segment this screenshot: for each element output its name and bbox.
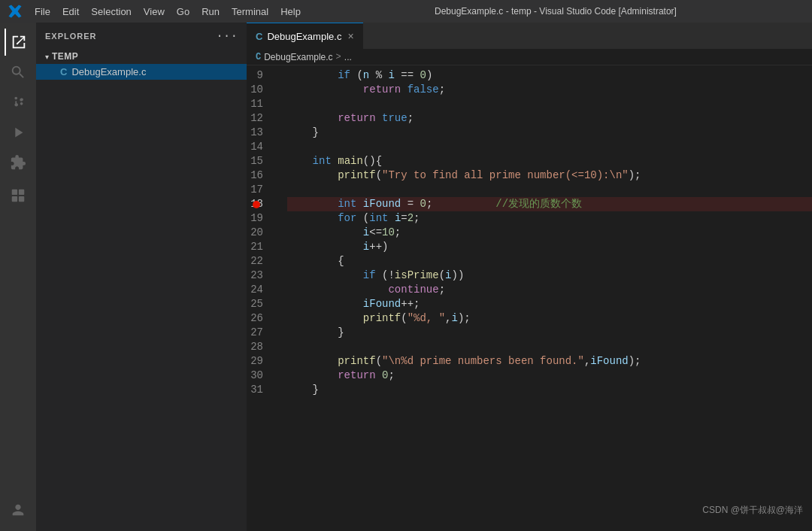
activity-source-control-icon[interactable] xyxy=(5,89,32,116)
line-num-11: 11 xyxy=(247,97,272,111)
code-line-27: } xyxy=(287,326,812,340)
window-title: DebugExample.c - temp - Visual Studio Co… xyxy=(307,6,804,17)
code-line-28 xyxy=(287,340,812,354)
activity-explorer-icon[interactable] xyxy=(5,29,32,56)
line-num-9: 9 xyxy=(247,68,272,83)
sidebar-header: EXPLORER ··· xyxy=(36,23,247,49)
c-file-icon: C xyxy=(60,66,67,77)
menu-view[interactable]: View xyxy=(138,5,171,19)
folder-name: TEMP xyxy=(52,51,78,62)
code-line-29: printf("\n%d prime numbers been found.",… xyxy=(287,354,812,369)
line-num-14: 14 xyxy=(247,140,272,154)
folder-arrow-icon: ▾ xyxy=(45,53,49,61)
code-line-25: iFound++; xyxy=(287,297,812,311)
line-num-29: 29 xyxy=(247,354,272,369)
code-line-22: { xyxy=(287,254,812,269)
activity-remote-icon[interactable] xyxy=(5,182,32,209)
line-num-16: 16 xyxy=(247,168,272,183)
svg-rect-0 xyxy=(12,190,17,195)
vscode-logo-icon xyxy=(8,4,23,19)
code-line-13: } xyxy=(287,126,812,140)
line-num-30: 30 xyxy=(247,369,272,383)
line-num-25: 25 xyxy=(247,297,272,311)
main-layout: EXPLORER ··· ▾ TEMP C DebugExample.c C D… xyxy=(0,23,812,531)
sidebar-folder-temp[interactable]: ▾ TEMP xyxy=(36,49,247,64)
line-num-26: 26 xyxy=(247,311,272,326)
menu-go[interactable]: Go xyxy=(171,5,195,19)
sidebar: EXPLORER ··· ▾ TEMP C DebugExample.c xyxy=(36,23,247,531)
activity-account-icon[interactable] xyxy=(5,496,32,523)
menu-terminal[interactable]: Terminal xyxy=(226,5,274,19)
code-line-26: printf("%d, ",i); xyxy=(287,311,812,326)
line-num-15: 15 xyxy=(247,154,272,168)
breadcrumb-file[interactable]: DebugExample.c xyxy=(264,52,332,62)
activity-debug-icon[interactable] xyxy=(5,119,32,146)
breadcrumb-separator: > xyxy=(336,52,341,62)
code-line-15: int main(){ xyxy=(287,154,812,168)
line-num-27: 27 xyxy=(247,326,272,340)
menu-selection[interactable]: Selection xyxy=(85,5,137,19)
tab-label: DebugExample.c xyxy=(267,31,341,42)
line-num-22: 22 xyxy=(247,254,272,269)
file-name: DebugExample.c xyxy=(71,66,146,77)
code-line-30: return 0; xyxy=(287,369,812,383)
code-line-21: i++) xyxy=(287,240,812,254)
menu-bar: File Edit Selection View Go Run Terminal… xyxy=(29,5,307,19)
line-num-19: 19 xyxy=(247,211,272,226)
tab-bar: C DebugExample.c × xyxy=(247,23,812,49)
activity-search-icon[interactable] xyxy=(5,59,32,86)
tab-debugexample[interactable]: C DebugExample.c × xyxy=(247,23,363,49)
activity-extensions-icon[interactable] xyxy=(5,149,32,176)
menu-edit[interactable]: Edit xyxy=(56,5,85,19)
line-num-31: 31 xyxy=(247,383,272,397)
line-num-28: 28 xyxy=(247,340,272,354)
code-content: if (n % i == 0) return false; return tru… xyxy=(284,68,812,528)
activity-bar xyxy=(0,23,36,531)
line-num-20: 20 xyxy=(247,226,272,240)
tab-c-icon: C xyxy=(256,31,262,42)
sidebar-more-button[interactable]: ··· xyxy=(216,29,238,43)
line-num-18: 18 xyxy=(247,197,272,211)
code-line-11 xyxy=(287,97,812,111)
code-line-31: } xyxy=(287,383,812,397)
sidebar-file-debugexample[interactable]: C DebugExample.c xyxy=(36,64,247,80)
code-line-17 xyxy=(287,183,812,197)
breadcrumb: C DebugExample.c > ... xyxy=(247,49,812,65)
line-num-13: 13 xyxy=(247,126,272,140)
sidebar-section: ▾ TEMP C DebugExample.c xyxy=(36,49,247,83)
code-line-14 xyxy=(287,140,812,154)
editor-area: C DebugExample.c × C DebugExample.c > ..… xyxy=(247,23,812,531)
breadcrumb-c-icon: C xyxy=(256,52,261,62)
line-num-10: 10 xyxy=(247,83,272,97)
line-num-12: 12 xyxy=(247,111,272,126)
code-line-12: return true; xyxy=(287,111,812,126)
code-line-10: return false; xyxy=(287,83,812,97)
menu-run[interactable]: Run xyxy=(195,5,226,19)
line-num-24: 24 xyxy=(247,283,272,297)
line-numbers: 9 10 11 12 13 14 15 16 17 18 19 20 21 22… xyxy=(247,68,284,528)
code-editor[interactable]: 9 10 11 12 13 14 15 16 17 18 19 20 21 22… xyxy=(247,65,812,531)
breakpoint-dot xyxy=(253,201,260,208)
line-num-21: 21 xyxy=(247,240,272,254)
watermark: CSDN @饼干叔叔@海洋 xyxy=(702,503,803,517)
svg-rect-2 xyxy=(12,196,17,202)
code-line-20: i<=10; xyxy=(287,226,812,240)
menu-file[interactable]: File xyxy=(29,5,56,19)
code-line-16: printf("Try to find all prime number(<=1… xyxy=(287,168,812,183)
titlebar: File Edit Selection View Go Run Terminal… xyxy=(0,0,812,23)
code-line-19: for (int i=2; xyxy=(287,211,812,226)
code-line-9: if (n % i == 0) xyxy=(287,68,812,83)
code-line-23: if (!isPrime(i)) xyxy=(287,269,812,283)
breadcrumb-rest[interactable]: ... xyxy=(344,52,352,62)
svg-rect-3 xyxy=(19,196,24,202)
tab-close-button[interactable]: × xyxy=(347,30,353,42)
line-num-23: 23 xyxy=(247,269,272,283)
code-line-24: continue; xyxy=(287,283,812,297)
sidebar-title: EXPLORER xyxy=(45,32,97,41)
line-num-17: 17 xyxy=(247,183,272,197)
code-line-18: int iFound = 0; //发现的质数个数 xyxy=(287,197,812,211)
menu-help[interactable]: Help xyxy=(274,5,307,19)
svg-rect-1 xyxy=(19,190,24,195)
